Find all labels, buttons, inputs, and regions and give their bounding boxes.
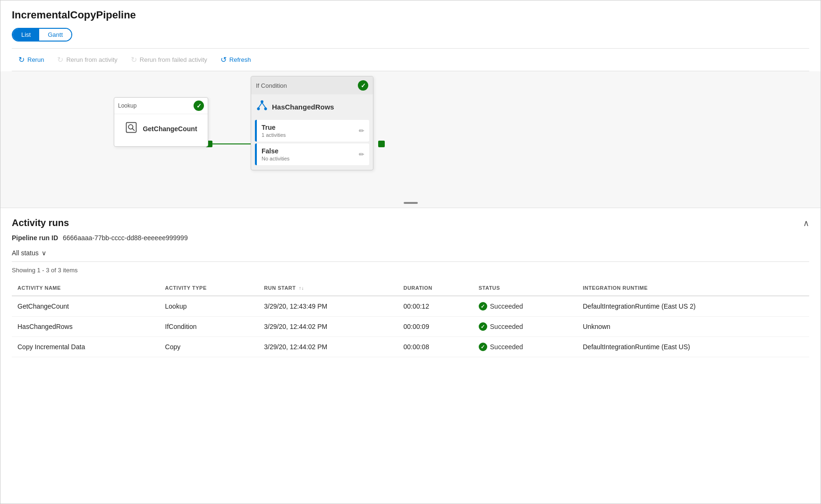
chevron-down-icon: ∨ [42,249,46,257]
rerun-from-activity-icon: ↻ [57,55,63,64]
status-filter-dropdown[interactable]: All status ∨ [12,249,46,257]
status-icon: ✓ [479,343,487,351]
page-title: IncrementalCopyPipeline [12,9,809,21]
sort-icon: ↑↓ [299,286,304,291]
run-start-cell: 3/29/20, 12:44:02 PM [258,337,398,357]
col-header-activity-type: ACTIVITY TYPE [160,280,259,296]
activity-name-cell: GetChangeCount [12,296,160,317]
if-title-row: HasChangedRows [251,94,373,118]
svg-point-5 [129,125,133,129]
status-cell: ✓ Succeeded [473,317,577,337]
svg-rect-4 [127,123,136,133]
svg-line-6 [133,128,135,131]
col-header-duration: DURATION [398,280,473,296]
lookup-node-icon [125,121,138,137]
activity-type-cell: Copy [160,337,259,357]
run-start-cell: 3/29/20, 12:44:02 PM [258,317,398,337]
if-condition-node[interactable]: If Condition ✓ HasChangedRows True 1 act… [251,76,373,170]
true-branch-edit-icon[interactable]: ✏ [359,127,364,134]
col-header-status: STATUS [473,280,577,296]
duration-cell: 00:00:12 [398,296,473,317]
list-view-button[interactable]: List [13,29,39,41]
status-label: Succeeded [490,343,523,351]
rerun-button[interactable]: ↻ Rerun [12,52,51,67]
svg-point-9 [264,108,266,109]
svg-point-7 [261,101,263,102]
svg-line-11 [262,103,266,108]
col-header-integration-runtime: INTEGRATION RUNTIME [577,280,809,296]
table-row[interactable]: Copy Incremental Data Copy 3/29/20, 12:4… [12,337,809,357]
run-start-cell: 3/29/20, 12:43:49 PM [258,296,398,317]
status-cell: ✓ Succeeded [473,337,577,357]
status-label: Succeeded [490,323,523,330]
integration-runtime-cell: DefaultIntegrationRuntime (East US 2) [577,296,809,317]
activity-table: ACTIVITY NAME ACTIVITY TYPE RUN START ↑↓… [12,280,809,357]
duration-cell: 00:00:08 [398,337,473,357]
duration-cell: 00:00:09 [398,317,473,337]
table-row[interactable]: GetChangeCount Lookup 3/29/20, 12:43:49 … [12,296,809,317]
col-header-run-start[interactable]: RUN START ↑↓ [258,280,398,296]
pipeline-run-id-row: Pipeline run ID 6666aaaa-77bb-cccc-dd88-… [12,234,809,242]
if-success-badge: ✓ [358,80,368,91]
svg-line-10 [258,103,262,108]
false-branch-edit-icon[interactable]: ✏ [359,151,364,158]
integration-runtime-cell: DefaultIntegrationRuntime (East US) [577,337,809,357]
svg-rect-3 [378,141,385,147]
status-label: Succeeded [490,302,523,310]
lookup-success-badge: ✓ [194,101,204,111]
rerun-icon: ↻ [18,55,25,64]
rerun-from-activity-button[interactable]: ↻ Rerun from activity [51,52,124,67]
view-toggle: List Gantt [12,28,809,42]
col-header-activity-name: ACTIVITY NAME [12,280,160,296]
rerun-from-failed-icon: ↻ [131,55,137,64]
lookup-node-body: GetChangeCount [114,114,208,143]
lookup-node[interactable]: Lookup ✓ GetChangeCount [114,97,208,147]
toggle-group: List Gantt [12,28,72,42]
activity-runs-section: Activity runs ∧ Pipeline run ID 6666aaaa… [0,208,821,357]
false-branch[interactable]: False No activities ✏ [255,143,369,165]
integration-runtime-cell: Unknown [577,317,809,337]
true-branch[interactable]: True 1 activities ✏ [255,120,369,142]
status-icon: ✓ [479,302,487,311]
section-header: Activity runs ∧ [12,218,809,228]
activity-type-cell: Lookup [160,296,259,317]
if-condition-icon [256,99,268,114]
showing-text: Showing 1 - 3 of 3 items [12,267,809,274]
status-icon: ✓ [479,322,487,331]
svg-point-8 [257,108,259,109]
toolbar: ↻ Rerun ↻ Rerun from activity ↻ Rerun fr… [12,48,809,71]
gantt-view-button[interactable]: Gantt [39,29,71,41]
refresh-icon: ↺ [220,55,227,64]
collapse-icon[interactable]: ∧ [803,218,809,228]
if-condition-header: If Condition ✓ [251,76,373,94]
pipeline-canvas: Lookup ✓ GetChangeCount If Condition ✓ [0,71,821,208]
refresh-button[interactable]: ↺ Refresh [214,52,258,67]
filter-row: All status ∨ [12,249,809,262]
scroll-indicator [404,202,418,204]
activity-type-cell: IfCondition [160,317,259,337]
activity-name-cell: Copy Incremental Data [12,337,160,357]
status-cell: ✓ Succeeded [473,296,577,317]
table-row[interactable]: HasChangedRows IfCondition 3/29/20, 12:4… [12,317,809,337]
activity-name-cell: HasChangedRows [12,317,160,337]
lookup-node-header: Lookup ✓ [114,98,208,114]
rerun-from-failed-button[interactable]: ↻ Rerun from failed activity [124,52,214,67]
section-title: Activity runs [12,218,69,228]
